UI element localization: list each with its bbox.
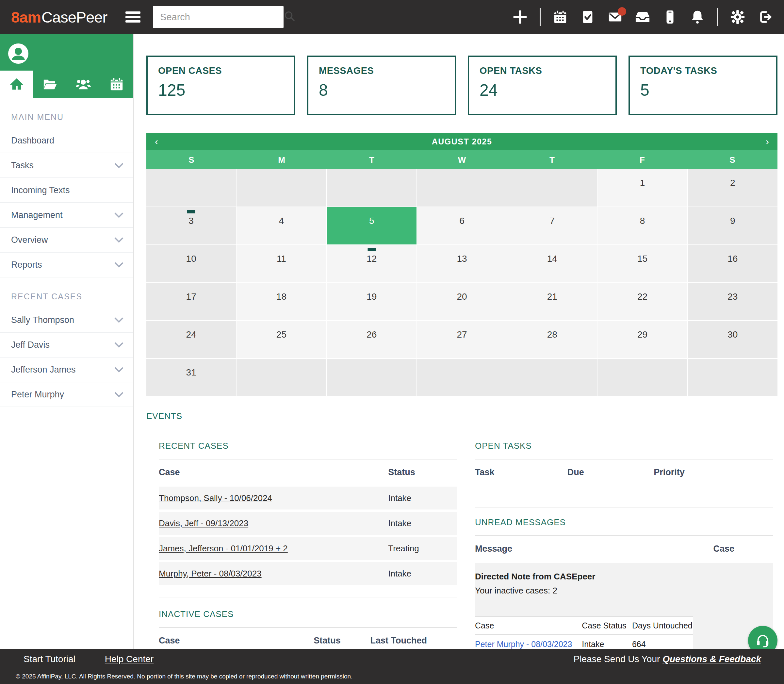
note-title: Directed Note from CASEpeer	[475, 571, 773, 582]
settings-icon[interactable]	[730, 9, 745, 25]
case-link[interactable]: Thompson, Sally - 10/06/2024	[159, 493, 272, 503]
stat-cards: OPEN CASES 125 MESSAGES 8 OPEN TASKS 24 …	[146, 56, 778, 115]
status-value: Intake	[388, 518, 457, 528]
calendar-day-24[interactable]: 24	[146, 321, 236, 358]
calendar-day-25[interactable]: 25	[237, 321, 326, 358]
calendar-month-title: AUGUST 2025	[158, 137, 766, 147]
copyright-text: © 2025 AffiniPay, LLC. All Rights Reserv…	[16, 673, 353, 680]
calendar-next-button[interactable]: ›	[766, 136, 769, 147]
calendar-day-1[interactable]: 1	[597, 169, 687, 206]
calendar-day-9[interactable]: 9	[688, 207, 778, 244]
user-avatar[interactable]	[8, 43, 29, 64]
calendar-empty-cell	[146, 169, 236, 206]
calendar-day-4[interactable]: 4	[237, 207, 326, 244]
right-column: OPEN TASKS Task Due Priority UNREAD MESS…	[475, 441, 773, 649]
calendar-day-20[interactable]: 20	[417, 283, 507, 320]
unread-badge	[618, 7, 626, 16]
sidebar-item-management[interactable]: Management	[0, 203, 133, 228]
calendar-icon[interactable]	[552, 9, 568, 25]
sidebar: MAIN MENU Dashboard Tasks Incoming Texts…	[0, 34, 134, 649]
calendar-day-8[interactable]: 8	[597, 207, 687, 244]
calendar-day-headers: S M T W T F S	[146, 150, 778, 169]
calendar-day-19[interactable]: 19	[327, 283, 417, 320]
sidebar-case-sally-thompson[interactable]: Sally Thompson	[0, 308, 133, 333]
sidebar-case-jefferson-james[interactable]: Jefferson James	[0, 358, 133, 382]
calendar-empty-cell	[417, 169, 507, 206]
sidebar-item-dashboard[interactable]: Dashboard	[0, 128, 133, 153]
calendar-day-5-selected[interactable]: 5	[327, 207, 417, 244]
start-tutorial-link[interactable]: Start Tutorial	[24, 654, 76, 665]
case-link[interactable]: Peter Murphy - 08/03/2023	[475, 640, 572, 649]
calendar-day-23[interactable]: 23	[688, 283, 778, 320]
calendar-day-17[interactable]: 17	[146, 283, 236, 320]
sidebar-case-jeff-davis[interactable]: Jeff Davis	[0, 333, 133, 358]
tab-cases[interactable]	[33, 71, 67, 98]
stat-card-open-tasks[interactable]: OPEN TASKS 24	[468, 56, 617, 115]
stat-card-messages[interactable]: MESSAGES 8	[307, 56, 456, 115]
calendar-day-21[interactable]: 21	[507, 283, 597, 320]
calendar-day-30[interactable]: 30	[688, 321, 778, 358]
messages-icon[interactable]	[607, 9, 623, 25]
calendar-day-7[interactable]: 7	[507, 207, 597, 244]
mobile-icon[interactable]	[662, 9, 678, 25]
app-logo[interactable]: 8amCasePeer	[11, 8, 107, 26]
calendar-day-29[interactable]: 29	[597, 321, 687, 358]
logout-icon[interactable]	[757, 9, 773, 25]
tasks-icon[interactable]	[580, 9, 596, 25]
calendar-empty-cell	[237, 359, 326, 396]
logo-casepeer: CasePeer	[42, 8, 107, 26]
calendar-day-12[interactable]: 12	[327, 245, 417, 282]
global-search	[153, 6, 283, 28]
sidebar-tabs	[0, 71, 133, 98]
case-link[interactable]: Murphy, Peter - 08/03/2023	[159, 569, 262, 578]
inbox-icon[interactable]	[635, 9, 650, 25]
note-body: Your inactive cases: 2	[475, 586, 773, 596]
calendar-day-15[interactable]: 15	[597, 245, 687, 282]
calendar-day-27[interactable]: 27	[417, 321, 507, 358]
notifications-icon[interactable]	[690, 9, 705, 25]
tab-calendar[interactable]	[100, 71, 133, 98]
inactive-cases-header-row: Case Status Last Touched	[159, 628, 457, 649]
calendar-day-31[interactable]: 31	[146, 359, 236, 396]
calendar-day-6[interactable]: 6	[417, 207, 507, 244]
directed-note: Directed Note from CASEpeer Your inactiv…	[475, 563, 773, 649]
left-column: RECENT CASES Case Status Thompson, Sally…	[159, 441, 457, 649]
chevron-down-icon	[114, 365, 124, 375]
sidebar-item-reports[interactable]: Reports	[0, 253, 133, 277]
calendar-day-2[interactable]: 2	[688, 169, 778, 206]
add-icon[interactable]	[512, 9, 528, 25]
recent-cases-heading: RECENT CASES	[159, 441, 457, 451]
questions-feedback-link[interactable]: Questions & Feedback	[662, 654, 761, 664]
tab-contacts[interactable]	[67, 71, 100, 98]
calendar-day-18[interactable]: 18	[237, 283, 326, 320]
tab-home[interactable]	[0, 71, 33, 98]
calendar-day-16[interactable]: 16	[688, 245, 778, 282]
calendar-day-28[interactable]: 28	[507, 321, 597, 358]
chevron-down-icon	[114, 260, 124, 270]
sidebar-item-incoming-texts[interactable]: Incoming Texts	[0, 178, 133, 203]
case-link[interactable]: Davis, Jeff - 09/13/2023	[159, 518, 248, 528]
stat-card-todays-tasks[interactable]: TODAY'S TASKS 5	[628, 56, 778, 115]
calendar-day-26[interactable]: 26	[327, 321, 417, 358]
search-input[interactable]	[160, 12, 283, 23]
calendar-day-14[interactable]: 14	[507, 245, 597, 282]
chevron-down-icon	[114, 315, 124, 325]
menu-toggle-icon[interactable]	[126, 11, 140, 23]
main-menu-label: MAIN MENU	[0, 98, 133, 128]
calendar-day-22[interactable]: 22	[597, 283, 687, 320]
calendar-empty-cell	[327, 169, 417, 206]
sidebar-item-overview[interactable]: Overview	[0, 228, 133, 253]
search-icon[interactable]	[283, 10, 296, 24]
calendar-day-13[interactable]: 13	[417, 245, 507, 282]
stat-card-open-cases[interactable]: OPEN CASES 125	[146, 56, 295, 115]
topbar-actions	[512, 8, 773, 26]
calendar-prev-button[interactable]: ‹	[155, 136, 158, 147]
help-center-link[interactable]: Help Center	[105, 654, 153, 665]
calendar-day-11[interactable]: 11	[237, 245, 326, 282]
calendar-day-10[interactable]: 10	[146, 245, 236, 282]
sidebar-case-peter-murphy[interactable]: Peter Murphy	[0, 382, 133, 407]
sidebar-item-tasks[interactable]: Tasks	[0, 153, 133, 178]
divider	[717, 8, 718, 26]
calendar-day-3[interactable]: 3	[146, 207, 236, 244]
case-link[interactable]: James, Jefferson - 01/01/2019 + 2	[159, 544, 288, 553]
